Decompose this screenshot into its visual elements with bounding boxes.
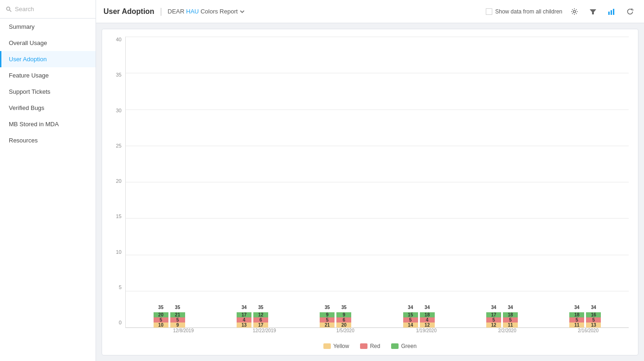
bar-segment-yellow: 13 [237,322,251,328]
filter-button[interactable] [586,5,599,18]
svg-point-0 [6,7,10,10]
x-label: 12/8/2019 [173,328,194,339]
legend-color-green [391,343,399,349]
sidebar-item-support-tickets[interactable]: Support Tickets [0,84,96,100]
bar-stack: 359521 [170,312,185,328]
chart-legend: YellowRedGreen [111,339,629,351]
bar-stack: 3517612 [253,312,268,328]
legend-label-green: Green [401,343,416,349]
chart-inner: 3510520359521341341735176123521593520693… [125,37,629,339]
show-children-label: Show data from all children [495,8,562,15]
refresh-icon [626,8,634,15]
page-title: User Adoption [103,7,155,16]
bar-group: 3510520359521 [128,37,211,328]
bar-total-label: 35 [154,305,168,310]
bar-segment-yellow: 9 [170,322,185,328]
report-rest: Colors Report [200,8,238,15]
y-label: 5 [119,284,122,290]
legend-item-green: Green [391,343,416,349]
y-label: 30 [116,108,122,113]
bar-segment-yellow: 10 [154,322,168,328]
svg-rect-6 [613,9,614,15]
legend-color-red [360,343,367,349]
bar-segment-red: 5 [569,317,584,322]
bar-segment-green: 18 [569,312,584,317]
legend-color-yellow [323,343,331,349]
svg-marker-3 [590,9,596,14]
bar-group: 34115183413516 [544,37,627,328]
show-children-option[interactable]: Show data from all children [486,8,562,15]
bar-segment-yellow: 11 [503,322,518,328]
x-label: 2/2/2020 [498,328,516,339]
search-bar[interactable]: Search [0,0,96,19]
bar-segment-red: 5 [586,317,601,322]
x-label-group: 2/16/2020 [548,328,629,339]
bar-total-label: 35 [253,305,268,310]
bar-segment-green: 18 [503,312,518,317]
bar-stack: 3411518 [503,312,518,328]
bar-segment-yellow: 20 [336,322,351,328]
filter-icon [589,8,597,15]
bar-segment-green: 18 [420,312,435,317]
legend-item-yellow: Yellow [323,343,349,349]
x-label-group: 12/8/2019 [143,328,224,339]
sidebar-item-mb-stored[interactable]: MB Stored in MDA [0,116,96,132]
bar-stack: 352159 [320,312,335,328]
bar-stack: 3411518 [569,312,584,328]
y-axis: 0510152025303540 [111,37,125,339]
y-label: 35 [116,72,122,77]
bar-group: 352159352069 [294,37,377,328]
bar-chart-icon [608,8,615,15]
bar-total-label: 35 [170,305,185,310]
report-dear: DEAR [167,8,184,15]
gear-icon [571,8,578,15]
main-content: User Adoption | DEAR HAU Colors Report S… [96,0,644,361]
sidebar-item-summary[interactable]: Summary [0,19,96,35]
sidebar-item-user-adoption[interactable]: User Adoption [0,51,96,67]
settings-button[interactable] [568,5,581,18]
bar-stack: 3510520 [154,312,168,328]
bar-segment-red: 6 [336,317,351,322]
chart-container: 0510152025303540 35105203595213413417351… [102,29,638,355]
bar-segment-red: 6 [253,317,268,322]
svg-line-1 [10,10,12,12]
y-label: 25 [116,143,122,148]
report-hau: HAU [186,8,199,15]
x-axis: 12/8/201912/22/20191/5/20201/19/20202/2/… [125,328,629,339]
bar-segment-yellow: 12 [486,322,501,328]
search-label: Search [15,6,34,13]
bar-total-label: 34 [503,305,518,310]
bar-segment-green: 21 [170,312,185,317]
sidebar-item-feature-usage[interactable]: Feature Usage [0,67,96,84]
show-children-checkbox[interactable] [486,8,492,15]
y-label: 10 [116,249,122,255]
sidebar-item-resources[interactable]: Resources [0,132,96,148]
main-header: User Adoption | DEAR HAU Colors Report S… [96,0,644,23]
bar-segment-green: 15 [403,312,418,317]
bar-segment-yellow: 21 [320,322,335,328]
bar-group: 34134173517612 [211,37,294,328]
bar-stack: 3413516 [586,312,601,328]
bar-total-label: 34 [569,305,584,310]
x-label-group: 1/5/2020 [305,328,386,339]
x-label-group: 12/22/2019 [224,328,305,339]
bar-segment-red: 4 [237,317,251,322]
bar-group: 34125173411518 [460,37,543,328]
report-selector[interactable]: DEAR HAU Colors Report [167,8,245,15]
bar-total-label: 34 [420,305,435,310]
bar-segment-red: 5 [170,317,185,322]
sidebar-item-verified-bugs[interactable]: Verified Bugs [0,100,96,116]
bar-total-label: 34 [237,305,251,310]
bar-stack: 3412418 [420,312,435,328]
refresh-button[interactable] [624,5,637,18]
bar-segment-yellow: 12 [420,322,435,328]
bar-segment-yellow: 17 [253,322,268,328]
sidebar-item-overall-usage[interactable]: Overall Usage [0,35,96,51]
chart-type-button[interactable] [605,5,618,18]
svg-rect-5 [611,10,612,15]
bar-segment-red: 4 [420,317,435,322]
bar-total-label: 34 [486,305,501,310]
search-icon [6,6,12,13]
bar-segment-green: 9 [320,312,335,317]
bar-segment-green: 20 [154,312,168,317]
